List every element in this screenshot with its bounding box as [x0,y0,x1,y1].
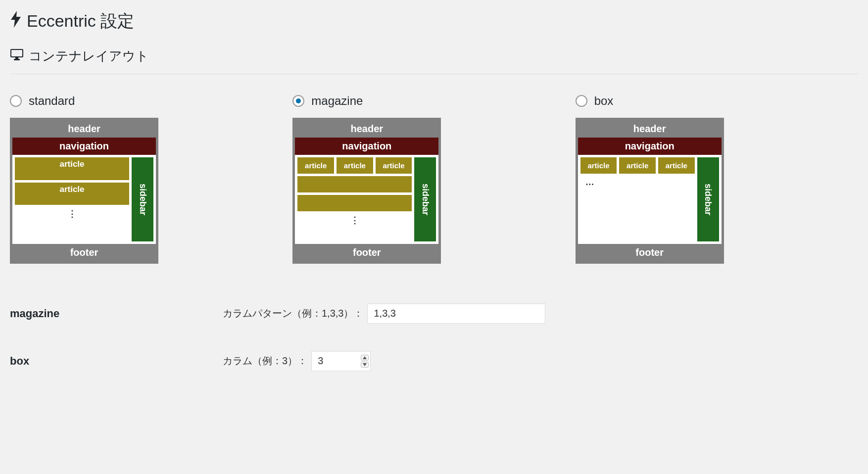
thumb-footer: footer [12,244,156,261]
thumb-header: header [295,120,438,138]
thumb-article: article [297,157,334,174]
thumb-sidebar: sidebar [132,157,153,241]
option-standard: standard header navigation article artic… [10,94,292,264]
svg-marker-6 [363,363,367,366]
lightning-icon [10,11,22,32]
radio-box[interactable] [576,95,587,107]
thumb-standard: header navigation article article sideba… [10,118,158,264]
page-title-text: Eccentric 設定 [27,10,134,33]
thumb-sidebar: sidebar [697,157,719,241]
ellipsis-icon [297,214,412,227]
box-field-label: カラム（例：3）： [223,354,307,368]
stepper-down-icon[interactable] [361,362,369,368]
svg-marker-5 [363,356,367,359]
thumb-sidebar: sidebar [414,157,436,241]
magazine-field-row: magazine カラムパターン（例：1,3,3）： [10,303,858,324]
thumb-footer: footer [578,244,722,261]
svg-rect-2 [11,50,22,56]
option-magazine: magazine header navigation article artic… [292,94,575,264]
svg-rect-3 [15,57,18,59]
thumb-navigation: navigation [578,138,722,155]
thumb-header: header [578,120,722,138]
thumb-header: header [12,120,156,138]
thumb-article: article [580,157,617,174]
thumb-navigation: navigation [295,138,438,155]
thumb-article: article [15,157,129,180]
section-title: コンテナレイアウト [10,47,858,74]
option-label-magazine: magazine [311,94,363,108]
stepper-up-icon[interactable] [361,355,369,361]
magazine-row-label: magazine [10,307,223,320]
thumb-article: article [376,157,412,174]
monitor-icon [10,48,24,64]
magazine-pattern-input[interactable] [367,303,545,324]
option-box: box header navigation article article ar… [576,94,858,264]
box-row-label: box [10,355,223,368]
section-title-text: コンテナレイアウト [29,47,149,65]
thumb-article: article [337,157,373,174]
thumb-article: . [297,195,412,211]
thumb-footer: footer [295,244,438,261]
thumb-article: article [619,157,656,174]
layout-options: standard header navigation article artic… [10,94,858,264]
thumb-article: article [15,183,129,205]
option-label-standard: standard [29,94,75,108]
radio-standard[interactable] [10,95,22,107]
box-field-row: box カラム（例：3）： [10,351,858,371]
thumb-article: article [658,157,695,174]
page-title: Eccentric 設定 [10,10,858,33]
option-label-box: box [594,94,614,108]
radio-magazine[interactable] [292,95,304,107]
thumb-navigation: navigation [12,138,156,155]
svg-marker-0 [11,11,21,28]
magazine-field-label: カラムパターン（例：1,3,3）： [223,307,363,320]
thumb-box: header navigation article article articl… [576,118,724,264]
ellipsis-icon [15,207,129,220]
thumb-article: . [297,176,412,192]
thumb-magazine: header navigation article article articl… [292,118,441,264]
svg-rect-4 [14,59,20,60]
ellipsis-icon [580,176,695,189]
